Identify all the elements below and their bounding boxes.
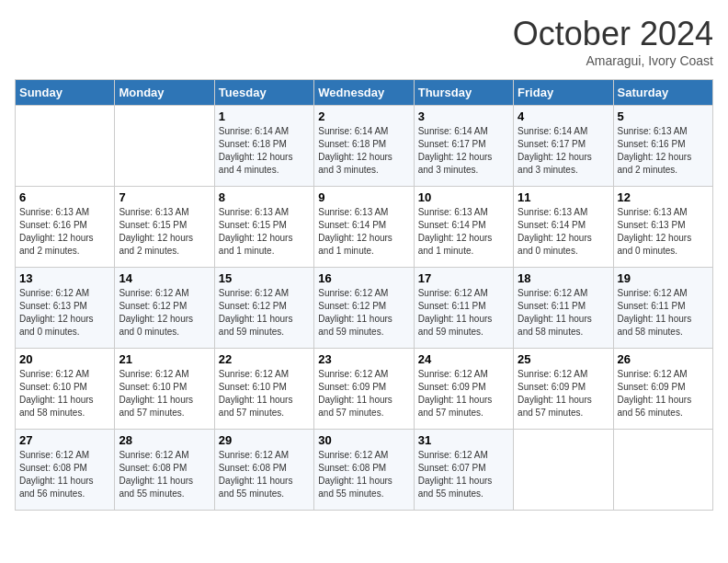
day-number: 11 xyxy=(518,190,609,204)
calendar-week-row: 13Sunrise: 6:12 AM Sunset: 6:13 PM Dayli… xyxy=(16,268,713,349)
day-info: Sunrise: 6:12 AM Sunset: 6:08 PM Dayligh… xyxy=(119,449,210,500)
calendar-cell: 5Sunrise: 6:13 AM Sunset: 6:16 PM Daylig… xyxy=(613,106,712,187)
day-number: 15 xyxy=(219,271,310,285)
day-info: Sunrise: 6:14 AM Sunset: 6:18 PM Dayligh… xyxy=(318,125,409,177)
day-info: Sunrise: 6:13 AM Sunset: 6:13 PM Dayligh… xyxy=(618,206,709,258)
calendar-cell: 31Sunrise: 6:12 AM Sunset: 6:07 PM Dayli… xyxy=(414,430,513,511)
calendar-cell: 22Sunrise: 6:12 AM Sunset: 6:10 PM Dayli… xyxy=(214,349,313,430)
day-of-week-thursday: Thursday xyxy=(414,80,513,106)
day-number: 26 xyxy=(618,352,709,366)
day-info: Sunrise: 6:12 AM Sunset: 6:10 PM Dayligh… xyxy=(19,368,110,419)
day-number: 21 xyxy=(119,352,210,366)
calendar-cell xyxy=(16,106,115,187)
day-number: 17 xyxy=(418,271,509,285)
calendar-week-row: 1Sunrise: 6:14 AM Sunset: 6:18 PM Daylig… xyxy=(16,106,713,187)
calendar-cell xyxy=(514,430,613,511)
calendar-cell: 28Sunrise: 6:12 AM Sunset: 6:08 PM Dayli… xyxy=(115,430,214,511)
day-number: 29 xyxy=(219,433,310,447)
day-number: 12 xyxy=(618,190,709,204)
calendar-cell: 19Sunrise: 6:12 AM Sunset: 6:11 PM Dayli… xyxy=(613,268,712,349)
day-number: 6 xyxy=(19,190,110,204)
calendar-cell: 13Sunrise: 6:12 AM Sunset: 6:13 PM Dayli… xyxy=(16,268,115,349)
calendar-table: SundayMondayTuesdayWednesdayThursdayFrid… xyxy=(15,79,713,511)
day-info: Sunrise: 6:13 AM Sunset: 6:16 PM Dayligh… xyxy=(618,125,709,177)
calendar-cell: 6Sunrise: 6:13 AM Sunset: 6:16 PM Daylig… xyxy=(16,187,115,268)
calendar-cell: 10Sunrise: 6:13 AM Sunset: 6:14 PM Dayli… xyxy=(414,187,513,268)
day-info: Sunrise: 6:12 AM Sunset: 6:08 PM Dayligh… xyxy=(219,449,310,500)
day-info: Sunrise: 6:14 AM Sunset: 6:18 PM Dayligh… xyxy=(219,125,310,177)
day-number: 23 xyxy=(318,352,409,366)
day-number: 19 xyxy=(618,271,709,285)
day-number: 3 xyxy=(418,109,509,123)
day-of-week-saturday: Saturday xyxy=(613,80,712,106)
day-info: Sunrise: 6:12 AM Sunset: 6:10 PM Dayligh… xyxy=(119,368,210,419)
day-info: Sunrise: 6:12 AM Sunset: 6:10 PM Dayligh… xyxy=(219,368,310,419)
day-info: Sunrise: 6:13 AM Sunset: 6:16 PM Dayligh… xyxy=(19,206,110,258)
day-number: 7 xyxy=(119,190,210,204)
calendar-cell: 14Sunrise: 6:12 AM Sunset: 6:12 PM Dayli… xyxy=(115,268,214,349)
page-header: General Blue October 2024 Amaragui, Ivor… xyxy=(15,15,713,68)
calendar-week-row: 20Sunrise: 6:12 AM Sunset: 6:10 PM Dayli… xyxy=(16,349,713,430)
calendar-cell: 26Sunrise: 6:12 AM Sunset: 6:09 PM Dayli… xyxy=(613,349,712,430)
month-title: October 2024 xyxy=(513,15,713,53)
day-info: Sunrise: 6:14 AM Sunset: 6:17 PM Dayligh… xyxy=(518,125,609,177)
calendar-cell: 21Sunrise: 6:12 AM Sunset: 6:10 PM Dayli… xyxy=(115,349,214,430)
calendar-cell: 25Sunrise: 6:12 AM Sunset: 6:09 PM Dayli… xyxy=(514,349,613,430)
day-of-week-wednesday: Wednesday xyxy=(314,80,414,106)
calendar-cell: 23Sunrise: 6:12 AM Sunset: 6:09 PM Dayli… xyxy=(314,349,414,430)
day-info: Sunrise: 6:12 AM Sunset: 6:12 PM Dayligh… xyxy=(318,287,409,339)
calendar-cell: 30Sunrise: 6:12 AM Sunset: 6:08 PM Dayli… xyxy=(314,430,414,511)
day-info: Sunrise: 6:12 AM Sunset: 6:08 PM Dayligh… xyxy=(318,449,409,500)
day-of-week-tuesday: Tuesday xyxy=(214,80,313,106)
calendar-cell: 3Sunrise: 6:14 AM Sunset: 6:17 PM Daylig… xyxy=(414,106,513,187)
calendar-cell: 4Sunrise: 6:14 AM Sunset: 6:17 PM Daylig… xyxy=(514,106,613,187)
day-of-week-monday: Monday xyxy=(115,80,214,106)
day-number: 5 xyxy=(618,109,709,123)
day-number: 27 xyxy=(19,433,110,447)
calendar-cell: 7Sunrise: 6:13 AM Sunset: 6:15 PM Daylig… xyxy=(115,187,214,268)
day-info: Sunrise: 6:13 AM Sunset: 6:15 PM Dayligh… xyxy=(219,206,310,258)
calendar-cell: 11Sunrise: 6:13 AM Sunset: 6:14 PM Dayli… xyxy=(514,187,613,268)
calendar-cell: 8Sunrise: 6:13 AM Sunset: 6:15 PM Daylig… xyxy=(214,187,313,268)
title-section: October 2024 Amaragui, Ivory Coast xyxy=(513,15,713,68)
day-number: 28 xyxy=(119,433,210,447)
day-info: Sunrise: 6:12 AM Sunset: 6:11 PM Dayligh… xyxy=(418,287,509,339)
location: Amaragui, Ivory Coast xyxy=(513,53,713,68)
day-info: Sunrise: 6:12 AM Sunset: 6:11 PM Dayligh… xyxy=(618,287,709,339)
calendar-cell: 2Sunrise: 6:14 AM Sunset: 6:18 PM Daylig… xyxy=(314,106,414,187)
day-number: 8 xyxy=(219,190,310,204)
calendar-week-row: 27Sunrise: 6:12 AM Sunset: 6:08 PM Dayli… xyxy=(16,430,713,511)
day-number: 30 xyxy=(318,433,409,447)
day-info: Sunrise: 6:12 AM Sunset: 6:09 PM Dayligh… xyxy=(518,368,609,419)
day-info: Sunrise: 6:12 AM Sunset: 6:12 PM Dayligh… xyxy=(119,287,210,339)
day-number: 14 xyxy=(119,271,210,285)
day-info: Sunrise: 6:12 AM Sunset: 6:09 PM Dayligh… xyxy=(618,368,709,419)
calendar-cell: 15Sunrise: 6:12 AM Sunset: 6:12 PM Dayli… xyxy=(214,268,313,349)
calendar-cell: 12Sunrise: 6:13 AM Sunset: 6:13 PM Dayli… xyxy=(613,187,712,268)
calendar-cell: 17Sunrise: 6:12 AM Sunset: 6:11 PM Dayli… xyxy=(414,268,513,349)
day-number: 16 xyxy=(318,271,409,285)
calendar-cell: 1Sunrise: 6:14 AM Sunset: 6:18 PM Daylig… xyxy=(214,106,313,187)
calendar-cell: 24Sunrise: 6:12 AM Sunset: 6:09 PM Dayli… xyxy=(414,349,513,430)
day-number: 18 xyxy=(518,271,609,285)
calendar-header-row: SundayMondayTuesdayWednesdayThursdayFrid… xyxy=(16,80,713,106)
day-number: 9 xyxy=(318,190,409,204)
day-info: Sunrise: 6:12 AM Sunset: 6:12 PM Dayligh… xyxy=(219,287,310,339)
day-info: Sunrise: 6:13 AM Sunset: 6:15 PM Dayligh… xyxy=(119,206,210,258)
day-info: Sunrise: 6:12 AM Sunset: 6:09 PM Dayligh… xyxy=(418,368,509,419)
day-of-week-sunday: Sunday xyxy=(16,80,115,106)
calendar-cell: 9Sunrise: 6:13 AM Sunset: 6:14 PM Daylig… xyxy=(314,187,414,268)
calendar-cell: 29Sunrise: 6:12 AM Sunset: 6:08 PM Dayli… xyxy=(214,430,313,511)
day-number: 22 xyxy=(219,352,310,366)
calendar-cell xyxy=(115,106,214,187)
day-info: Sunrise: 6:12 AM Sunset: 6:07 PM Dayligh… xyxy=(418,449,509,500)
day-info: Sunrise: 6:13 AM Sunset: 6:14 PM Dayligh… xyxy=(318,206,409,258)
calendar-cell xyxy=(613,430,712,511)
day-number: 24 xyxy=(418,352,509,366)
day-info: Sunrise: 6:13 AM Sunset: 6:14 PM Dayligh… xyxy=(518,206,609,258)
day-info: Sunrise: 6:12 AM Sunset: 6:13 PM Dayligh… xyxy=(19,287,110,339)
day-number: 1 xyxy=(219,109,310,123)
day-info: Sunrise: 6:12 AM Sunset: 6:11 PM Dayligh… xyxy=(518,287,609,339)
day-number: 25 xyxy=(518,352,609,366)
calendar-week-row: 6Sunrise: 6:13 AM Sunset: 6:16 PM Daylig… xyxy=(16,187,713,268)
